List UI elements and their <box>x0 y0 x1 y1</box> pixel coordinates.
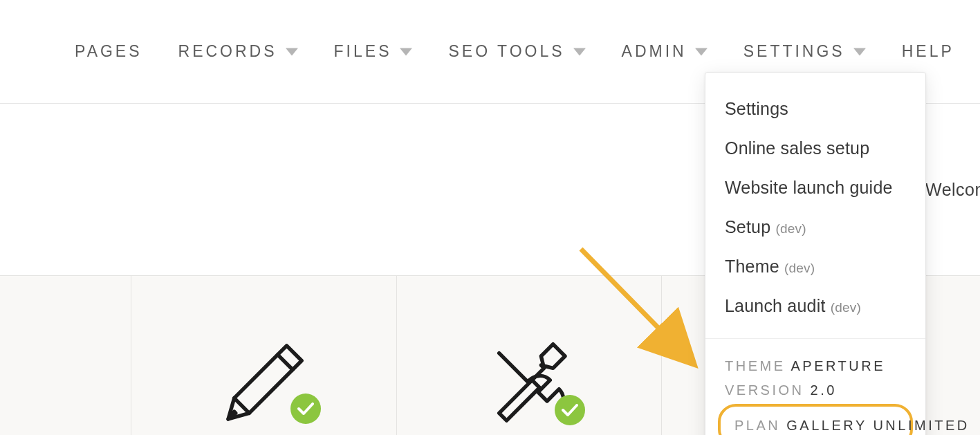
meta-label: THEME <box>725 358 786 373</box>
nav-settings[interactable]: SETTINGS <box>743 42 866 61</box>
caret-down-icon <box>286 48 298 56</box>
dropdown-item-theme[interactable]: Theme (dev) <box>725 247 906 286</box>
dropdown-item-settings[interactable]: Settings <box>725 89 906 129</box>
meta-plan: PLAN GALLERY UNLIMITED <box>734 418 896 434</box>
nav-files[interactable]: FILES <box>334 42 413 61</box>
dashboard-cell-tools[interactable] <box>397 276 662 435</box>
dropdown-item-launch-guide[interactable]: Website launch guide <box>725 168 906 207</box>
dashboard-cell: n the right to <box>0 276 131 435</box>
meta-label: PLAN <box>734 418 780 433</box>
dropdown-meta-section: THEME APERTURE VERSION 2.0 PLAN GALLERY … <box>705 339 925 435</box>
meta-value: 2.0 <box>811 382 837 398</box>
svg-line-0 <box>277 355 293 370</box>
dropdown-item-label: Settings <box>725 99 788 118</box>
nav-seo-tools[interactable]: SEO TOOLS <box>448 42 585 61</box>
dropdown-item-label: Theme <box>725 257 779 276</box>
nav-pages[interactable]: PAGES <box>75 42 142 61</box>
guide-text-fragment: n the right to <box>0 359 124 380</box>
nav-label: PAGES <box>75 42 142 61</box>
dropdown-item-online-sales[interactable]: Online sales setup <box>725 129 906 168</box>
meta-theme: THEME APERTURE <box>725 354 906 378</box>
dashboard-cell-pencil[interactable] <box>131 276 397 435</box>
dropdown-item-label: Setup <box>725 217 770 237</box>
dropdown-item-launch-audit[interactable]: Launch audit (dev) <box>725 286 906 326</box>
meta-label: VERSION <box>725 382 804 398</box>
nav-label: RECORDS <box>178 42 277 61</box>
dev-tag: (dev) <box>776 221 806 236</box>
svg-line-1 <box>234 398 249 414</box>
caret-down-icon <box>400 48 412 56</box>
nav-label: FILES <box>334 42 392 61</box>
dropdown-main-section: Settings Online sales setup Website laun… <box>705 73 925 333</box>
dropdown-item-label: Online sales setup <box>725 138 869 158</box>
meta-value: APERTURE <box>791 358 885 373</box>
dropdown-item-label: Launch audit <box>725 296 826 315</box>
caret-down-icon <box>695 48 708 56</box>
check-badge <box>290 394 321 424</box>
nav-label: HELP <box>902 42 954 61</box>
nav-records[interactable]: RECORDS <box>178 42 298 61</box>
caret-down-icon <box>573 48 586 56</box>
nav-label: SEO TOOLS <box>448 42 564 61</box>
plan-highlight: PLAN GALLERY UNLIMITED <box>718 404 913 435</box>
welcome-text-fragment: Welcom <box>925 180 980 200</box>
check-badge <box>555 395 585 425</box>
nav-help[interactable]: HELP <box>902 42 954 61</box>
meta-value: GALLERY UNLIMITED <box>786 418 969 433</box>
settings-dropdown: Settings Online sales setup Website laun… <box>705 72 926 435</box>
nav-label: SETTINGS <box>743 42 845 61</box>
dropdown-item-setup[interactable]: Setup (dev) <box>725 207 906 247</box>
caret-down-icon <box>853 48 866 56</box>
nav-admin[interactable]: ADMIN <box>622 42 708 61</box>
dropdown-item-label: Website launch guide <box>725 178 893 197</box>
dev-tag: (dev) <box>831 300 861 315</box>
dev-tag: (dev) <box>784 261 815 275</box>
nav-label: ADMIN <box>622 42 687 61</box>
meta-version: VERSION 2.0 <box>725 378 906 402</box>
